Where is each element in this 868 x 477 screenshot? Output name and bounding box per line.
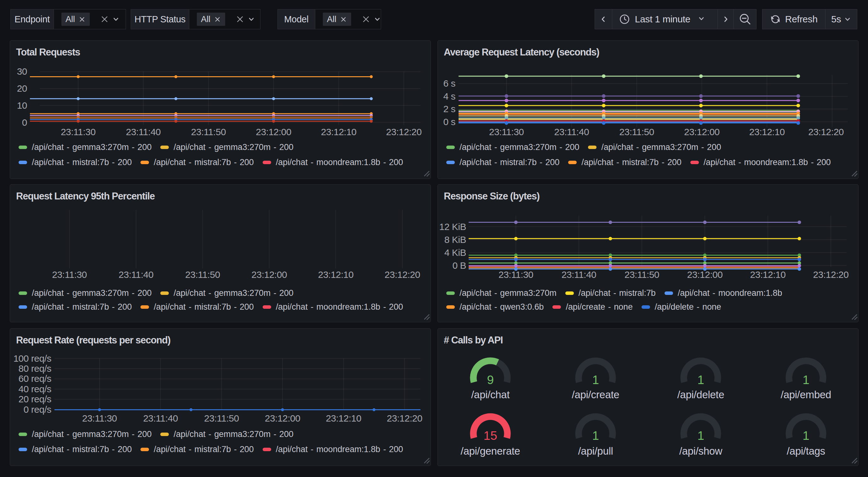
svg-text:1: 1 (592, 429, 599, 442)
svg-text:/api/delete: /api/delete (678, 389, 724, 400)
svg-text:23:12:20: 23:12:20 (386, 127, 422, 137)
svg-text:23:11:30: 23:11:30 (52, 269, 87, 280)
svg-text:23:12:00: 23:12:00 (684, 127, 720, 137)
svg-text:6 s: 6 s (443, 78, 456, 89)
svg-text:0 req/s: 0 req/s (24, 404, 51, 415)
svg-text:23:12:10: 23:12:10 (750, 269, 786, 280)
svg-text:1: 1 (803, 373, 809, 387)
svg-text:23:11:40: 23:11:40 (562, 269, 596, 280)
svg-text:60 req/s: 60 req/s (19, 374, 51, 384)
svg-text:30: 30 (17, 66, 27, 77)
svg-text:23:11:40: 23:11:40 (119, 269, 154, 280)
svg-text:/api/embed: /api/embed (781, 389, 831, 400)
svg-text:/api/create: /api/create (572, 389, 620, 400)
svg-text:8 KiB: 8 KiB (444, 234, 466, 245)
svg-text:100 req/s: 100 req/s (13, 353, 51, 364)
svg-text:10: 10 (17, 100, 27, 111)
svg-text:23:12:00: 23:12:00 (687, 269, 723, 280)
svg-text:23:11:40: 23:11:40 (143, 413, 178, 423)
svg-text:23:11:50: 23:11:50 (185, 269, 220, 280)
svg-text:23:12:20: 23:12:20 (384, 269, 420, 280)
svg-text:1: 1 (592, 373, 599, 387)
svg-text:23:11:30: 23:11:30 (61, 127, 96, 137)
svg-text:23:11:30: 23:11:30 (499, 269, 533, 280)
svg-text:23:12:10: 23:12:10 (326, 413, 361, 423)
svg-text:/api/show: /api/show (679, 445, 722, 457)
svg-text:9: 9 (487, 373, 494, 387)
svg-text:/api/tags: /api/tags (787, 445, 825, 457)
svg-text:/api/pull: /api/pull (578, 445, 613, 457)
svg-text:20 req/s: 20 req/s (19, 394, 51, 404)
svg-text:12 KiB: 12 KiB (439, 221, 466, 232)
svg-text:23:11:50: 23:11:50 (204, 413, 239, 423)
svg-text:4 KiB: 4 KiB (444, 247, 466, 258)
svg-text:23:12:10: 23:12:10 (749, 127, 785, 137)
svg-text:23:11:50: 23:11:50 (619, 127, 654, 137)
svg-text:/api/generate: /api/generate (461, 445, 520, 457)
svg-text:15: 15 (484, 429, 497, 442)
svg-text:23:12:00: 23:12:00 (265, 413, 301, 423)
svg-text:0 B: 0 B (452, 260, 466, 271)
svg-text:0: 0 (22, 117, 27, 128)
svg-text:23:12:20: 23:12:20 (387, 413, 422, 423)
svg-text:23:12:00: 23:12:00 (256, 127, 291, 137)
svg-text:80 req/s: 80 req/s (19, 363, 51, 374)
svg-text:40 req/s: 40 req/s (19, 384, 51, 394)
svg-text:/api/chat: /api/chat (471, 389, 509, 400)
svg-text:1: 1 (697, 373, 704, 387)
svg-text:1: 1 (697, 429, 704, 442)
svg-text:23:12:00: 23:12:00 (251, 269, 287, 280)
svg-text:2 s: 2 s (443, 103, 456, 114)
svg-text:23:12:10: 23:12:10 (318, 269, 354, 280)
svg-text:1: 1 (803, 429, 809, 442)
svg-text:23:11:30: 23:11:30 (82, 413, 117, 423)
svg-text:23:12:20: 23:12:20 (813, 269, 849, 280)
svg-text:23:12:10: 23:12:10 (321, 127, 356, 137)
svg-text:23:11:30: 23:11:30 (489, 127, 524, 137)
svg-text:0 s: 0 s (443, 117, 456, 127)
svg-text:23:11:50: 23:11:50 (624, 269, 659, 280)
svg-text:23:12:20: 23:12:20 (808, 127, 844, 137)
svg-text:23:11:40: 23:11:40 (126, 127, 161, 137)
svg-text:23:11:50: 23:11:50 (191, 127, 226, 137)
svg-text:4 s: 4 s (443, 91, 456, 101)
svg-text:23:11:40: 23:11:40 (554, 127, 589, 137)
svg-text:20: 20 (17, 83, 27, 94)
